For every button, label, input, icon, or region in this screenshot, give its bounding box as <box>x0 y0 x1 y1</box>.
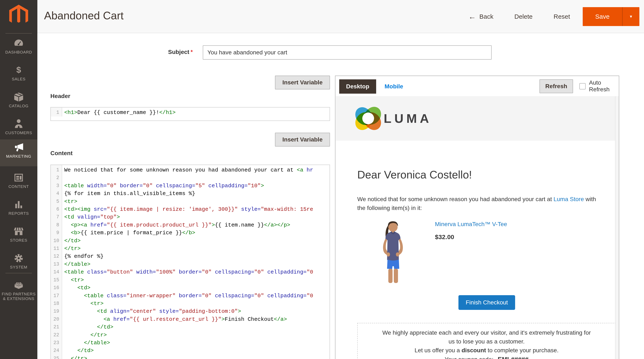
line-number: 20 <box>51 316 62 323</box>
line-number: 21 <box>51 323 62 331</box>
code-line: 24 </td> <box>51 347 330 354</box>
auto-refresh-label: Auto Refresh <box>589 76 619 96</box>
line-number: 23 <box>51 339 62 347</box>
line-number: 12 <box>51 252 62 260</box>
dashboard-icon <box>0 38 37 49</box>
email-preview-body: LUMA Dear Veronica Costello! We noticed … <box>336 96 615 359</box>
header-code-editor[interactable]: 1<h1>Dear {{ customer_name }}!</h1> <box>50 107 330 121</box>
chevron-down-icon: ▼ <box>629 14 633 19</box>
sidebar-item-reports[interactable]: REPORTS <box>0 196 37 216</box>
subject-input[interactable] <box>203 45 492 60</box>
line-number: 15 <box>51 276 62 284</box>
line-number: 17 <box>51 292 62 300</box>
preview-scrollbar[interactable] <box>615 96 619 359</box>
sidebar-divider <box>6 273 32 273</box>
luma-logo-text: LUMA <box>384 111 432 126</box>
sidebar: DASHBOARD$SALESCATALOGCUSTOMERSMARKETING… <box>0 0 37 359</box>
insert-variable-button-content[interactable]: Insert Variable <box>275 133 330 146</box>
code-line: 7<td valign="top"> <box>51 213 330 221</box>
back-button[interactable]: ← Back <box>468 12 494 21</box>
sidebar-item-sales[interactable]: $SALES <box>0 62 37 82</box>
sidebar-item-label: FIND PARTNERS& EXTENSIONS <box>0 292 37 301</box>
sales-icon: $ <box>0 65 37 76</box>
reset-button[interactable]: Reset <box>554 13 570 20</box>
line-number: 7 <box>51 213 62 221</box>
header-field-label: Header <box>50 93 70 100</box>
sidebar-item-catalog[interactable]: CATALOG <box>0 89 37 108</box>
page-title: Abandoned Cart <box>44 9 124 22</box>
code-line: 23 </table> <box>51 339 330 347</box>
line-number: 5 <box>51 198 62 206</box>
sidebar-item-system[interactable]: SYSTEM <box>0 250 37 270</box>
code-line: 1We noticed that for some unknown reason… <box>51 166 330 174</box>
product-image <box>373 219 413 284</box>
line-number: 18 <box>51 300 62 308</box>
coupon-box: We highly appreciate each and every our … <box>357 323 615 359</box>
finish-checkout-button[interactable]: Finish Checkout <box>458 295 515 310</box>
main-content: Subject* Insert Variable Header 1<h1>Dea… <box>37 33 644 359</box>
coupon-code: EML##### <box>498 356 528 359</box>
svg-text:$: $ <box>16 65 21 75</box>
back-arrow-icon: ← <box>468 12 476 21</box>
code-line: 14<table class="button" width="100%" bor… <box>51 268 330 276</box>
magento-logo-icon[interactable] <box>9 4 28 26</box>
magento-admin-page: DASHBOARD$SALESCATALOGCUSTOMERSMARKETING… <box>0 0 644 359</box>
find-partners-icon <box>0 280 37 290</box>
product-name-link[interactable]: Minerva LumaTech™ V-Tee <box>435 221 507 228</box>
code-line: 17 <table class="inner-wrapper" border="… <box>51 292 330 300</box>
insert-variable-button-header[interactable]: Insert Variable <box>275 76 330 90</box>
sidebar-item-find-partners[interactable]: FIND PARTNERS& EXTENSIONS <box>0 277 37 301</box>
code-line: 1<h1>Dear {{ customer_name }}!</h1> <box>51 109 330 116</box>
stores-icon <box>0 226 37 237</box>
marketing-icon <box>0 142 37 153</box>
sidebar-item-label: MARKETING <box>0 154 37 159</box>
sidebar-item-stores[interactable]: STORES <box>0 224 37 243</box>
code-line: 8 <p><a href="{{ item.product.product_ur… <box>51 221 330 229</box>
content-icon <box>0 172 37 183</box>
sidebar-item-label: CUSTOMERS <box>0 130 37 135</box>
tab-desktop[interactable]: Desktop <box>339 79 376 94</box>
code-line: 22 </tr> <box>51 331 330 339</box>
save-button[interactable]: Save <box>583 7 622 26</box>
auto-refresh-checkbox[interactable] <box>579 83 586 90</box>
code-line: 3<table width="0" border="0" cellspacing… <box>51 182 330 190</box>
page-header: Abandoned Cart ← Back Delete Reset Save … <box>37 0 644 33</box>
sidebar-item-customers[interactable]: CUSTOMERS <box>0 116 37 135</box>
tab-mobile[interactable]: Mobile <box>384 79 403 94</box>
save-dropdown-button[interactable]: ▼ <box>622 7 640 26</box>
sidebar-item-label: STORES <box>0 238 37 243</box>
code-line: 13</table> <box>51 260 330 268</box>
preview-toolbar: Desktop Mobile Refresh Auto Refresh <box>336 76 619 96</box>
code-line: 2 <box>51 174 330 182</box>
sidebar-item-label: REPORTS <box>0 211 37 216</box>
line-number: 1 <box>51 109 62 116</box>
content-field-label: Content <box>50 150 73 156</box>
sidebar-item-marketing[interactable]: MARKETING <box>0 140 37 166</box>
code-line: 10</td> <box>51 237 330 245</box>
sidebar-item-label: SYSTEM <box>0 265 37 270</box>
luma-logo-icon <box>356 106 380 130</box>
code-line: 6<td><img src="{{ item.image | resize: '… <box>51 206 330 213</box>
save-split-button: Save ▼ <box>583 7 640 26</box>
content-code-editor[interactable]: 1We noticed that for some unknown reason… <box>50 164 330 359</box>
line-number: 14 <box>51 268 62 276</box>
line-number: 6 <box>51 206 62 213</box>
customers-icon <box>0 118 37 129</box>
sidebar-item-dashboard[interactable]: DASHBOARD <box>0 35 37 54</box>
luma-store-link[interactable]: Luma Store <box>554 196 584 202</box>
code-line: 11</tr> <box>51 245 330 252</box>
code-line: 9 <b>{{ item.price | format_price }}</b> <box>51 229 330 237</box>
code-line: 20 <a href="{{ url.restore_cart_url }}">… <box>51 316 330 323</box>
system-icon <box>0 253 37 264</box>
product-price: $32.00 <box>435 234 454 240</box>
line-number: 4 <box>51 190 62 198</box>
sidebar-item-content[interactable]: CONTENT <box>0 170 37 189</box>
refresh-button[interactable]: Refresh <box>540 79 573 93</box>
delete-button[interactable]: Delete <box>514 13 533 20</box>
code-line: 12{% endfor %} <box>51 252 330 260</box>
code-line: 5<tr> <box>51 198 330 206</box>
line-number: 25 <box>51 355 62 359</box>
email-intro-text: We noticed that for some unknown reason … <box>357 195 615 212</box>
code-line: 16 <td> <box>51 284 330 292</box>
required-asterisk: * <box>190 49 193 55</box>
